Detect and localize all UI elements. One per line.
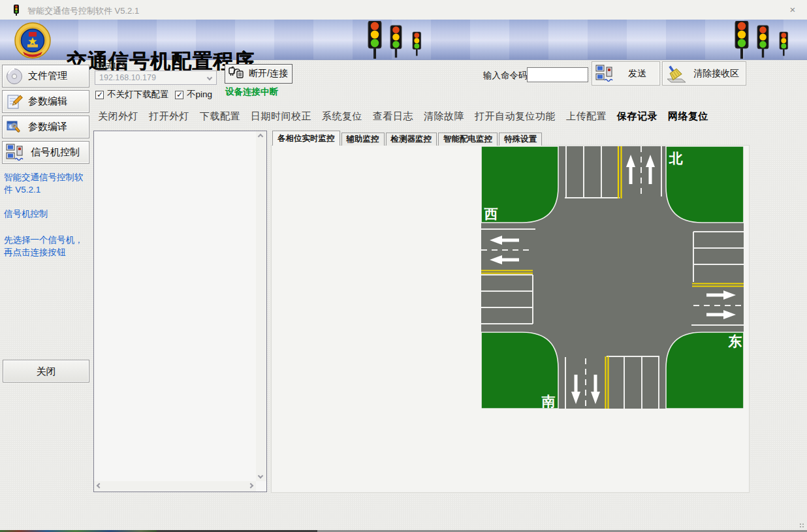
cd-icon: [6, 68, 23, 85]
no-light-off-option[interactable]: 不关灯下载配置: [95, 89, 169, 101]
menu-system-reset[interactable]: 系统复位: [317, 108, 368, 125]
monitor-tabs: 各相位实时监控 辅助监控 检测器监控 智能配电监控 特殊设置: [272, 131, 543, 146]
plug-icon: [228, 67, 245, 81]
tab-special-settings[interactable]: 特殊设置: [499, 133, 542, 146]
param-compile-button[interactable]: 参数编译: [2, 116, 89, 138]
send-button[interactable]: 发送: [592, 61, 660, 86]
file-manage-label: 文件管理: [28, 70, 67, 82]
tab-aux-monitor[interactable]: 辅助监控: [341, 133, 385, 146]
command-code-label: 输入命令码: [483, 70, 528, 82]
compass-west-label: 西: [484, 206, 498, 222]
computers-icon: [6, 144, 25, 162]
app-traffic-light-icon: [10, 4, 22, 16]
tab-phase-realtime-monitor[interactable]: 各相位实时监控: [272, 131, 340, 146]
param-edit-label: 参数编辑: [28, 95, 67, 108]
tab-detector-monitor[interactable]: 检测器监控: [386, 133, 437, 146]
menu-clear-fault[interactable]: 清除故障: [419, 108, 469, 125]
no-light-off-label: 不关灯下载配置: [107, 89, 169, 101]
police-badge-icon: [14, 22, 51, 59]
menu-network-reset[interactable]: 网络复位: [663, 108, 714, 125]
sidebar-info-mode: 信号机控制: [4, 208, 90, 220]
compass-north-label: 北: [669, 151, 684, 166]
send-computers-icon: [595, 65, 615, 83]
close-app-button[interactable]: 关闭: [3, 360, 89, 383]
menu-view-log[interactable]: 查看日志: [368, 108, 419, 125]
no-ping-checkbox[interactable]: [175, 91, 183, 99]
window-title: 智能交通信号控制软件 V5.2.1: [27, 5, 139, 17]
connection-status: 设备连接中断: [225, 86, 278, 98]
vertical-scrollbar[interactable]: [256, 131, 266, 481]
chevron-down-icon: [207, 75, 212, 80]
menu-save-record[interactable]: 保存记录: [612, 108, 663, 125]
scroll-up-icon[interactable]: [258, 134, 263, 139]
resize-grip[interactable]: [799, 523, 805, 529]
scroll-left-icon[interactable]: [97, 483, 102, 488]
send-button-label: 发送: [615, 68, 659, 80]
param-compile-label: 参数编译: [28, 121, 67, 133]
command-menu: 关闭外灯 打开外灯 下载配置 日期时间校正 系统复位 查看日志 清除故障 打开自…: [93, 108, 752, 125]
compass-south-label: 南: [541, 394, 556, 409]
signal-control-button[interactable]: 信号机控制: [2, 141, 89, 164]
ip-combobox[interactable]: 192.168.10.179: [95, 70, 217, 85]
sidebar-info-hint: 先选择一个信号机，再点击连接按钮: [4, 234, 90, 258]
intersection-diagram: 北 西 东 南: [481, 146, 744, 409]
menu-upload-config[interactable]: 上传配置: [561, 108, 612, 125]
menu-datetime-calibrate[interactable]: 日期时间校正: [245, 108, 317, 125]
file-manage-button[interactable]: 文件管理: [2, 65, 89, 87]
tab-power-monitor[interactable]: 智能配电监控: [438, 133, 498, 146]
traffic-lights-decor-left: [364, 21, 434, 59]
compass-east-label: 东: [728, 334, 742, 349]
no-ping-label: 不ping: [187, 89, 212, 101]
scroll-down-icon[interactable]: [258, 473, 263, 478]
horizontal-scrollbar[interactable]: [94, 481, 256, 492]
menu-open-outer-lights[interactable]: 打开外灯: [144, 108, 195, 125]
traffic-lights-decor-right: [731, 21, 800, 59]
ip-value: 192.168.10.179: [99, 73, 156, 82]
menu-auto-reset-enable[interactable]: 打开自动复位功能: [469, 108, 561, 125]
edit-icon: [6, 93, 23, 110]
param-edit-button[interactable]: 参数编辑: [2, 90, 89, 113]
compile-icon: [6, 119, 23, 136]
broom-icon: [666, 65, 687, 83]
sidebar-info-version: 智能交通信号控制软件 V5.2.1: [4, 171, 90, 196]
no-ping-option[interactable]: 不ping: [175, 89, 212, 101]
close-icon[interactable]: ×: [783, 2, 802, 18]
clear-receive-button[interactable]: 清除接收区: [662, 61, 746, 86]
scroll-right-icon[interactable]: [248, 483, 253, 488]
signal-list-box[interactable]: [93, 131, 267, 492]
connect-button-label: 断开/连接: [249, 68, 288, 80]
header-banner: 交通信号机配置程序: [0, 20, 807, 60]
clear-receive-label: 清除接收区: [687, 68, 746, 80]
no-light-off-checkbox[interactable]: [95, 91, 104, 99]
menu-close-outer-lights[interactable]: 关闭外灯: [93, 108, 144, 125]
menu-download-config[interactable]: 下载配置: [195, 108, 245, 125]
connect-button[interactable]: 断开/连接: [225, 64, 293, 84]
title-bar: 智能交通信号控制软件 V5.2.1 ×: [0, 0, 807, 20]
command-code-input[interactable]: [527, 67, 588, 82]
signal-control-label: 信号机控制: [31, 146, 80, 159]
